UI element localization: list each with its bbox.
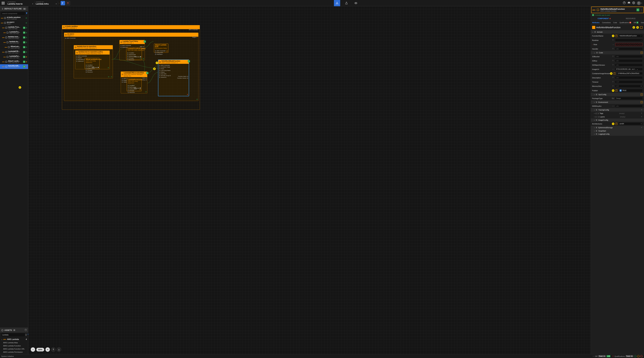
asset-item[interactable]: AWS Lambda Permission (0, 350, 28, 354)
clear-search-icon[interactable]: ✕ (26, 334, 27, 336)
diff-summary[interactable]: 〰 Diff Total: 11 + 6 (592, 355, 610, 357)
detail-meta: + 3 minutes ago by paul (591, 14, 644, 16)
outline-item[interactable]: awsLambda Trus...AWS IAM Role+⊘ (0, 26, 28, 30)
field-s3objectversion: S3ObjectVersionTabc (591, 63, 644, 67)
assets-help-icon[interactable] (24, 329, 27, 332)
add-button[interactable]: + (146, 72, 148, 74)
asset-item[interactable]: AWS Lambda Alias (0, 341, 28, 344)
outline-item[interactable]: awsLambdaPer...AWS IAM Polic...+⊘ (0, 54, 28, 60)
frame-hello-world[interactable]: HelloWorldNodeFunctionAWS Lambda Functio… (158, 60, 189, 96)
outline-item[interactable]: awsHelloWorldN...AWS Lambda Fu...+⊘ (0, 64, 28, 69)
tab-diff[interactable]: Diff + (632, 21, 640, 24)
s3bucket-input[interactable]: abc (615, 55, 643, 58)
settings-icon[interactable] (632, 2, 635, 5)
section-domain[interactable]: ⌵domain (591, 30, 644, 34)
text-type-icon[interactable]: T (612, 48, 614, 50)
component-name[interactable]: HelloWorldNodeFunction (596, 26, 632, 29)
outline-search-input[interactable] (1, 12, 25, 15)
field-packagetype: PackageTypef(x)Image (591, 96, 644, 100)
canvas[interactable]: si-tools-sandboxAWS Credential: 1 AWS Cr… (28, 6, 591, 354)
section-snapstart[interactable]: ›SnapStart (591, 129, 644, 132)
kmskeyarn-input[interactable]: abc (615, 104, 643, 108)
add-button[interactable]: + (188, 60, 190, 62)
imageuri-input[interactable]: 573113295293.dkr.ecr. … (615, 68, 643, 71)
description-input[interactable]: abc (615, 76, 643, 79)
tab-code[interactable]: Code (612, 21, 618, 24)
s3key-input[interactable]: abc (615, 59, 643, 62)
tab-resource[interactable]: RESOURCE (618, 16, 644, 20)
discord-icon[interactable] (628, 2, 630, 5)
view-view-icon[interactable] (353, 0, 359, 6)
text-type-icon[interactable]: T (612, 39, 614, 42)
field-s3key: S3KeyTabc (591, 58, 644, 63)
zoom-out-button[interactable]: − (31, 347, 35, 352)
handler-input[interactable]: abc (615, 47, 643, 50)
section-code[interactable]: ⌵CodeT (591, 51, 644, 54)
outline-item[interactable]: awslambda-ho...AWS ECR Priv...+⊘ (0, 40, 28, 45)
user-menu[interactable]: P ▾ (637, 1, 642, 5)
assets-search-input[interactable] (1, 333, 25, 336)
tab-attributes[interactable]: Attributes (591, 21, 601, 24)
filter-icon[interactable] (26, 12, 28, 15)
app-logo[interactable] (0, 0, 6, 6)
svg-rect-20 (6, 51, 7, 53)
section-tracingconfig[interactable]: ›TracingConfigT (591, 108, 644, 112)
model-view-icon[interactable] (334, 0, 340, 6)
memorysize-input[interactable]: 123⇅ (615, 85, 643, 88)
publish-checkbox[interactable]: TRUE (618, 89, 643, 92)
download-button[interactable] (57, 347, 61, 352)
outline-item[interactable]: awsus-east-1Region⊘ (0, 20, 28, 26)
section-imageconfig[interactable]: ›ImageConfig (591, 118, 644, 122)
zoom-in-button[interactable]: + (46, 347, 50, 352)
detail-menu-icon[interactable]: ⋮ (640, 9, 642, 11)
merge-button[interactable] (61, 1, 65, 5)
outline-item[interactable]: awsLambdaECR...AWS IAM Custo...+⊘ (0, 50, 28, 54)
edit-icon[interactable]: T (640, 52, 643, 54)
section-ephemeralstorage[interactable]: ›EphemeralStorageT (591, 126, 644, 129)
tab-qualifications[interactable]: Qualifications 1 (618, 21, 632, 24)
add-button[interactable]: + (144, 40, 146, 43)
architectures-input[interactable]: arm64▾ (618, 122, 643, 125)
node-attach[interactable]: Attach Lambda ECRPermissions Policy AWS … (154, 44, 168, 53)
section-environment[interactable]: ›EnvironmentT (591, 100, 644, 104)
frame-type-icon[interactable] (640, 26, 643, 29)
outline-item[interactable]: awsLambdaTru...AWS IAM Polic...+⊘ (0, 30, 28, 35)
outline-header[interactable]: DEFAULT OUTLINE 11 (0, 6, 28, 11)
outline-item[interactable]: awssi-tools-sanubuxAWS Credential⊘ (0, 16, 28, 20)
delete-changeset-button[interactable] (66, 1, 70, 5)
runtime-input[interactable]: ▾ (615, 39, 643, 42)
tab-connections[interactable]: Connections (601, 21, 612, 24)
function-name-input[interactable]: HelloWorldNodeFunction✓ (618, 34, 643, 38)
assets-group[interactable]: ⌵ aws AWS Lambda 4 (0, 338, 28, 341)
section-layers[interactable]: ›[ ]Layers(empty)T (591, 115, 644, 118)
node-trust-state[interactable]: LambdaTrustPolicyStateAWS IAM Policy Sta… (126, 47, 142, 60)
role-input[interactable] (615, 43, 643, 46)
timeout-input[interactable]: 123 (615, 80, 643, 84)
field-imageuri: ImageUri○573113295293.dkr.ecr. … (591, 67, 644, 71)
section-loggingconfig[interactable]: ›LoggingConfig (591, 132, 644, 136)
assets-header[interactable]: ASSETS 4 (0, 328, 28, 332)
socket-type-icon[interactable]: ○ (612, 44, 614, 46)
s3objectversion-input[interactable]: abc (615, 64, 643, 66)
tab-component[interactable]: COMPONENT ⊘ (591, 16, 618, 20)
color-swatch[interactable] (592, 26, 595, 29)
tab-debug[interactable]: Debug (640, 21, 644, 24)
help-icon[interactable] (623, 2, 626, 5)
add-child-button[interactable]: + (636, 8, 639, 11)
asset-item[interactable]: AWS Lambda Function URL (0, 347, 28, 350)
section-tags[interactable]: ›{ }Tags(empty)T (591, 112, 644, 115)
node-allow[interactable]: AllowLambdaAccessAWS IAM Policy Statemen… (85, 58, 100, 69)
containerimageversion-input[interactable]: 1f40648aa2987e296e099a5 (616, 72, 643, 75)
canvas-help-button[interactable]: ? (51, 347, 56, 352)
outline-item[interactable]: awsAllowLam...AWS IAM Poli...+⊘ (0, 45, 28, 50)
changeset-selector[interactable]: CHANGE SET: Lambda Infra (34, 1, 58, 5)
workspace-selector[interactable]: WORKSPACE: Lambha how-to (6, 1, 34, 5)
text-type-icon[interactable]: T (615, 35, 618, 37)
outline-item[interactable]: awslambda-how...AWS ECR Privat...+⊘ (0, 35, 28, 40)
qualifications-summary[interactable]: ⬡ Qualifications Total: 11 ✓9 ✓1 ✕1 (612, 355, 643, 358)
asset-item[interactable]: AWS Lambda Function (0, 344, 28, 347)
node-permission[interactable]: LambdaPermissionAWS IAM Policy Statement… (127, 78, 142, 91)
outline-item[interactable]: awsAttach Lamb...AWS IAM Role P...+⊘ (0, 60, 28, 64)
section-vpcconfig[interactable]: ›VpcConfigT (591, 93, 644, 96)
lab-view-icon[interactable] (343, 0, 350, 6)
